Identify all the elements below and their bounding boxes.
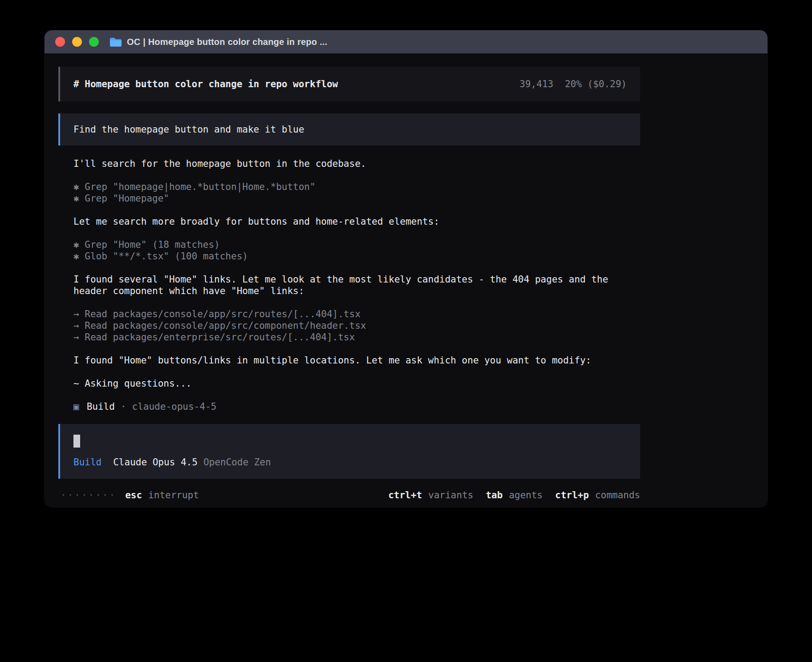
assistant-status-text: ~ Asking questions...: [73, 378, 640, 389]
assistant-text: I found several "Home" links. Let me loo…: [73, 274, 640, 297]
token-count: 39,413: [520, 78, 553, 90]
tool-call-group: → Read packages/console/app/src/routes/[…: [73, 308, 640, 343]
input-meta: Build Claude Opus 4.5 OpenCode Zen: [73, 456, 627, 468]
separator-dot: ·: [121, 401, 126, 412]
assistant-text: Let me search more broadly for buttons a…: [73, 216, 640, 227]
zoom-button[interactable]: [89, 37, 99, 47]
shortcut-commands: ctrl+p commands: [555, 489, 640, 501]
tool-call-read: → Read packages/console/app/src/componen…: [73, 320, 640, 331]
key-tab: tab: [486, 489, 503, 501]
shortcut-agents: tab agents: [486, 489, 543, 501]
input-provider-label: OpenCode Zen: [203, 456, 271, 468]
assistant-paragraph: I found several "Home" links. Let me loo…: [73, 274, 640, 297]
input-cursor-line: [73, 435, 627, 448]
agent-model: claude-opus-4-5: [132, 401, 217, 412]
statusbar-left: ········ esc interrupt: [61, 489, 199, 501]
assistant-text: I found "Home" buttons/links in multiple…: [73, 355, 640, 366]
transcript: I'll search for the homepage button in t…: [58, 158, 640, 412]
tool-call-glob: ✱ Glob "**/*.tsx" (100 matches): [73, 250, 640, 262]
user-message: Find the homepage button and make it blu…: [58, 113, 640, 145]
close-button[interactable]: [55, 37, 65, 47]
assistant-paragraph: ~ Asking questions...: [73, 378, 640, 389]
minimize-button[interactable]: [72, 37, 82, 47]
tool-call-read: → Read packages/enterprise/src/routes/[.…: [73, 331, 640, 343]
folder-icon: [110, 37, 122, 47]
agent-name: Build: [87, 401, 115, 412]
label-agents: agents: [509, 489, 543, 501]
window-titlebar: OC | Homepage button color change in rep…: [45, 30, 767, 53]
shortcut-variants: ctrl+t variants: [388, 489, 473, 501]
tool-call-grep: ✱ Grep "homepage|home.*button|Home.*butt…: [73, 181, 640, 193]
assistant-paragraph: I'll search for the homepage button in t…: [73, 158, 640, 170]
assistant-paragraph: Let me search more broadly for buttons a…: [73, 216, 640, 227]
tool-call-grep: ✱ Grep "Homepage": [73, 193, 640, 204]
tool-call-group: ✱ Grep "Home" (18 matches) ✱ Glob "**/*.…: [73, 239, 640, 262]
key-ctrl-t: ctrl+t: [388, 489, 422, 501]
assistant-text: I'll search for the homepage button in t…: [73, 158, 640, 170]
statusbar-right: ctrl+t variants tab agents ctrl+p comman…: [388, 489, 640, 501]
label-interrupt: interrupt: [148, 489, 199, 501]
input-model-label: Claude Opus 4.5: [113, 456, 198, 468]
agent-status: ▣ Build · claude-opus-4-5: [73, 401, 640, 412]
spinner-dots: ········: [61, 489, 116, 501]
terminal-window: OC | Homepage button color change in rep…: [45, 30, 767, 507]
traffic-lights: [55, 37, 99, 47]
terminal-content: # Homepage button color change in repo w…: [45, 53, 767, 501]
statusbar: ········ esc interrupt ctrl+t variants t…: [58, 489, 640, 501]
prompt-input[interactable]: Build Claude Opus 4.5 OpenCode Zen: [58, 424, 640, 479]
key-esc: esc: [125, 489, 142, 501]
session-title: # Homepage button color change in repo w…: [73, 78, 338, 90]
assistant-paragraph: I found "Home" buttons/links in multiple…: [73, 355, 640, 366]
window-title: OC | Homepage button color change in rep…: [127, 37, 327, 47]
session-header: # Homepage button color change in repo w…: [58, 67, 640, 101]
titlebar-title-group: OC | Homepage button color change in rep…: [110, 37, 327, 47]
tool-call-read: → Read packages/console/app/src/routes/[…: [73, 308, 640, 320]
input-mode-badge: Build: [73, 456, 102, 468]
label-variants: variants: [428, 489, 473, 501]
tool-call-grep: ✱ Grep "Home" (18 matches): [73, 239, 640, 250]
agent-square-icon: ▣: [73, 401, 79, 412]
session-stats: 39,413 20% ($0.29): [520, 78, 627, 90]
user-message-text: Find the homepage button and make it blu…: [73, 124, 304, 135]
label-commands: commands: [595, 489, 640, 501]
tool-call-group: ✱ Grep "homepage|home.*button|Home.*butt…: [73, 181, 640, 204]
context-cost: 20% ($0.29): [565, 78, 627, 90]
text-cursor: [73, 435, 80, 448]
key-ctrl-p: ctrl+p: [555, 489, 589, 501]
